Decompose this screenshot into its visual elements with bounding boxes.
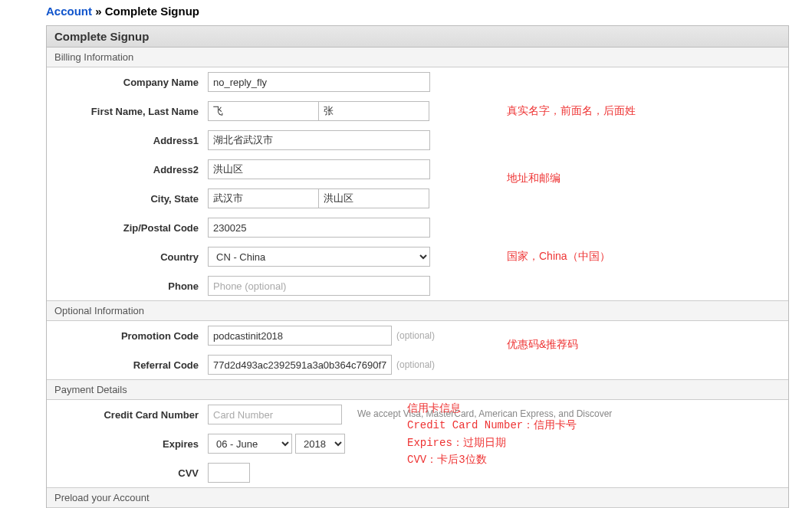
section-payment: Payment Details [47, 379, 788, 400]
referral-optional: (optional) [396, 359, 435, 370]
breadcrumb-sep: » [95, 5, 101, 18]
breadcrumb: Account » Complete Signup [46, 5, 789, 18]
label-company: Company Name [54, 77, 208, 88]
annotation-address: 地址和邮编 [507, 172, 561, 185]
account-link[interactable]: Account [46, 5, 92, 18]
address1-input[interactable] [208, 130, 430, 150]
referral-input[interactable] [208, 355, 392, 375]
country-select[interactable]: CN - China [208, 247, 430, 267]
address2-input[interactable] [208, 159, 430, 179]
label-cvv: CVV [54, 467, 208, 479]
page-title: Complete Signup [105, 5, 199, 18]
label-phone: Phone [54, 280, 208, 292]
label-country: Country [54, 251, 208, 263]
label-name: First Name, Last Name [54, 106, 208, 117]
promo-optional: (optional) [396, 330, 435, 341]
label-zip: Zip/Postal Code [54, 222, 208, 234]
label-address2: Address2 [54, 164, 208, 175]
signup-panel: Complete Signup Billing Information Comp… [46, 25, 789, 508]
company-input[interactable] [208, 72, 430, 92]
annotation-name: 真实名字，前面名，后面姓 [507, 104, 636, 118]
state-input[interactable] [318, 188, 429, 208]
label-promo: Promotion Code [54, 330, 208, 342]
label-expires: Expires [54, 438, 208, 450]
annotation-country: 国家，China（中国） [507, 250, 610, 264]
annotation-promo: 优惠码&推荐码 [507, 338, 578, 352]
cvv-input[interactable] [208, 463, 250, 483]
phone-input[interactable] [208, 276, 430, 296]
exp-year-select[interactable]: 2018 [295, 434, 345, 454]
zip-input[interactable] [208, 218, 430, 238]
label-citystate: City, State [54, 193, 208, 205]
label-address1: Address1 [54, 135, 208, 146]
label-cc: Credit Card Number [54, 409, 208, 421]
firstname-input[interactable] [208, 101, 319, 121]
cc-input[interactable] [208, 405, 342, 424]
section-preload: Preload your Account [47, 487, 788, 508]
lastname-input[interactable] [318, 101, 429, 121]
city-input[interactable] [208, 188, 319, 208]
label-referral: Referral Code [54, 359, 208, 371]
panel-title: Complete Signup [47, 26, 788, 48]
annotation-cc-block: 信用卡信息 Credit Card Number：信用卡号 Expires：过期… [407, 400, 577, 469]
section-billing: Billing Information [47, 48, 788, 67]
exp-month-select[interactable]: 06 - June [208, 434, 292, 454]
section-optional: Optional Information [47, 300, 788, 321]
promo-input[interactable] [208, 326, 392, 346]
